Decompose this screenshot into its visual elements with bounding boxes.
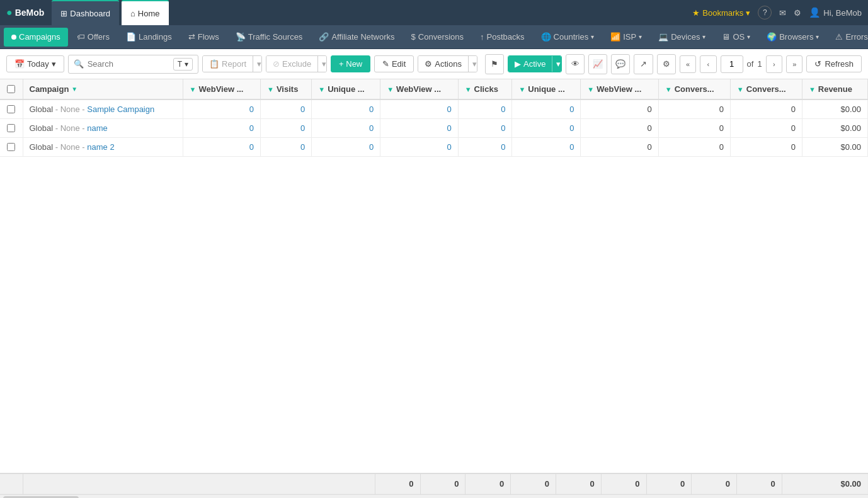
visits-filter-icon[interactable]: ▼ xyxy=(267,86,274,93)
settings-columns-button[interactable]: ⚙ xyxy=(657,54,676,74)
countries-icon: 🌐 xyxy=(541,32,551,42)
sidebar-item-campaigns[interactable]: Campaigns xyxy=(4,28,68,47)
isp-chevron-icon: ▾ xyxy=(639,33,642,40)
campaign-sort-icon[interactable]: ▼ xyxy=(71,86,77,93)
sidebar-item-countries[interactable]: 🌐 Countries ▾ xyxy=(534,28,602,47)
flag-button[interactable]: ⚑ xyxy=(485,54,504,74)
sidebar-item-browsers[interactable]: 🌍 Browsers ▾ xyxy=(759,28,826,47)
convers2-filter-icon[interactable]: ▼ xyxy=(737,86,744,93)
sidebar-item-os[interactable]: 🖥 OS ▾ xyxy=(714,28,758,47)
convers2-header-label: Convers... xyxy=(746,84,786,94)
row-checkbox[interactable] xyxy=(7,143,15,151)
sidebar-item-isp[interactable]: 📶 ISP ▾ xyxy=(603,28,649,47)
row-checkbox[interactable] xyxy=(7,124,15,132)
conversions-icon: $ xyxy=(411,32,416,42)
sidebar-item-landings[interactable]: 📄 Landings xyxy=(118,28,180,47)
share-button[interactable]: ↗ xyxy=(634,54,653,74)
select-all-checkbox[interactable] xyxy=(7,85,15,93)
settings-icon[interactable]: ⚙ xyxy=(794,8,801,18)
user-menu[interactable]: 👤 Hi, BeMob xyxy=(809,7,862,18)
chat-button[interactable]: 💬 xyxy=(611,54,630,74)
campaign-name-link[interactable]: Sample Campaign xyxy=(87,105,154,114)
sidebar-item-errors[interactable]: ⚠ Errors xyxy=(828,28,868,47)
exclude-dropdown-button[interactable]: ▾ xyxy=(317,56,327,72)
postbacks-label: Postbacks xyxy=(487,32,525,42)
tab-home[interactable]: ⌂ Home xyxy=(122,0,169,25)
search-input[interactable] xyxy=(88,59,169,69)
sidebar-item-conversions[interactable]: $ Conversions xyxy=(404,28,472,47)
second-navigation: Campaigns 🏷 Offers 📄 Landings ⇄ Flows 📡 … xyxy=(0,25,868,49)
revenue-cell: $0.00 xyxy=(802,138,867,157)
footer-unique2-cell: 0 xyxy=(601,474,646,494)
clicks-filter-icon[interactable]: ▼ xyxy=(465,86,472,93)
notification-icon[interactable]: ✉ xyxy=(779,8,786,18)
next-page-button[interactable]: › xyxy=(766,55,782,73)
convers1-column-header: ▼ Convers... xyxy=(658,79,730,99)
campaign-cell: Global - None - name xyxy=(23,119,183,138)
page-input[interactable]: 1 xyxy=(721,55,743,73)
tab-dashboard[interactable]: ⊞ Dashboard xyxy=(52,0,119,25)
active-button[interactable]: ▶ Active xyxy=(508,56,552,72)
row-checkbox[interactable] xyxy=(7,105,15,113)
last-page-button[interactable]: » xyxy=(786,55,802,73)
horizontal-scrollbar[interactable] xyxy=(0,494,868,498)
chart-icon: 📈 xyxy=(593,59,603,69)
campaign-name-link[interactable]: name xyxy=(87,123,108,133)
table-row: Global - None - name 2 0 0 0 0 0 0 0 0 0… xyxy=(0,138,868,157)
new-button[interactable]: + New xyxy=(331,55,370,72)
help-icon[interactable]: ? xyxy=(758,6,772,20)
refresh-button[interactable]: ↺ Refresh xyxy=(806,55,862,72)
footer-convers2-cell: 0 xyxy=(737,474,782,494)
errors-label: Errors xyxy=(845,32,867,42)
footer-webview3-cell: 0 xyxy=(646,474,692,494)
report-dropdown-button[interactable]: ▾ xyxy=(253,56,262,72)
visits-cell: 0 xyxy=(261,99,312,119)
sidebar-item-flows[interactable]: ⇄ Flows xyxy=(181,28,227,47)
bookmarks-label: Bookmarks xyxy=(702,8,743,18)
unique1-cell: 0 xyxy=(312,99,380,119)
active-dropdown-button[interactable]: ▾ xyxy=(552,56,562,72)
campaign-name-link[interactable]: name 2 xyxy=(87,142,114,152)
affiliate-networks-label: Affiliate Networks xyxy=(331,32,394,42)
chat-icon: 💬 xyxy=(615,59,625,69)
webview3-filter-icon[interactable]: ▼ xyxy=(587,86,594,93)
search-type-button[interactable]: T ▾ xyxy=(173,58,193,71)
webview1-filter-icon[interactable]: ▼ xyxy=(190,86,197,93)
actions-chevron-icon: ▾ xyxy=(472,59,477,69)
play-icon: ▶ xyxy=(515,59,521,69)
convers1-filter-icon[interactable]: ▼ xyxy=(665,86,672,93)
prev-page-button[interactable]: ‹ xyxy=(700,55,716,73)
data-table-container: Campaign ▼ ▼ WebView ... ▼ Visits xyxy=(0,79,868,473)
devices-icon: 💻 xyxy=(658,32,668,42)
sidebar-item-offers[interactable]: 🏷 Offers xyxy=(69,28,117,47)
isp-label: ISP xyxy=(623,32,636,42)
revenue-filter-icon[interactable]: ▼ xyxy=(809,86,816,93)
offers-icon: 🏷 xyxy=(77,32,85,42)
sidebar-item-affiliate-networks[interactable]: 🔗 Affiliate Networks xyxy=(311,28,402,47)
scrollbar-thumb[interactable] xyxy=(3,496,79,499)
convers1-header-label: Convers... xyxy=(675,84,714,94)
footer-revenue-cell: $0.00 xyxy=(782,474,867,494)
report-button[interactable]: 📋 Report xyxy=(203,56,253,72)
edit-button[interactable]: ✎ Edit xyxy=(374,55,414,72)
unique2-filter-icon[interactable]: ▼ xyxy=(518,86,525,93)
clicks-column-header: ▼ Clicks xyxy=(458,79,512,99)
affiliate-networks-icon: 🔗 xyxy=(319,32,329,42)
webview2-filter-icon[interactable]: ▼ xyxy=(387,86,394,93)
chart-button[interactable]: 📈 xyxy=(588,54,607,74)
bookmarks-menu[interactable]: ★ Bookmarks ▾ xyxy=(692,8,750,18)
exclude-button[interactable]: ⊘ Exclude xyxy=(266,56,317,72)
webview3-cell: 0 xyxy=(581,119,658,138)
unique1-filter-icon[interactable]: ▼ xyxy=(318,86,325,93)
webview2-cell: 0 xyxy=(380,99,458,119)
date-picker-button[interactable]: 📅 Today ▾ xyxy=(6,55,64,72)
actions-button[interactable]: ⚙ Actions xyxy=(418,56,468,72)
sidebar-item-postbacks[interactable]: ↑ Postbacks xyxy=(472,28,532,47)
browsers-label: Browsers xyxy=(779,32,813,42)
actions-dropdown-button[interactable]: ▾ xyxy=(468,56,477,72)
table-body: Global - None - Sample Campaign 0 0 0 0 … xyxy=(0,99,868,157)
sidebar-item-traffic-sources[interactable]: 📡 Traffic Sources xyxy=(228,28,311,47)
first-page-button[interactable]: « xyxy=(680,55,696,73)
sidebar-item-devices[interactable]: 💻 Devices ▾ xyxy=(651,28,713,47)
eye-button[interactable]: 👁 xyxy=(566,54,585,74)
